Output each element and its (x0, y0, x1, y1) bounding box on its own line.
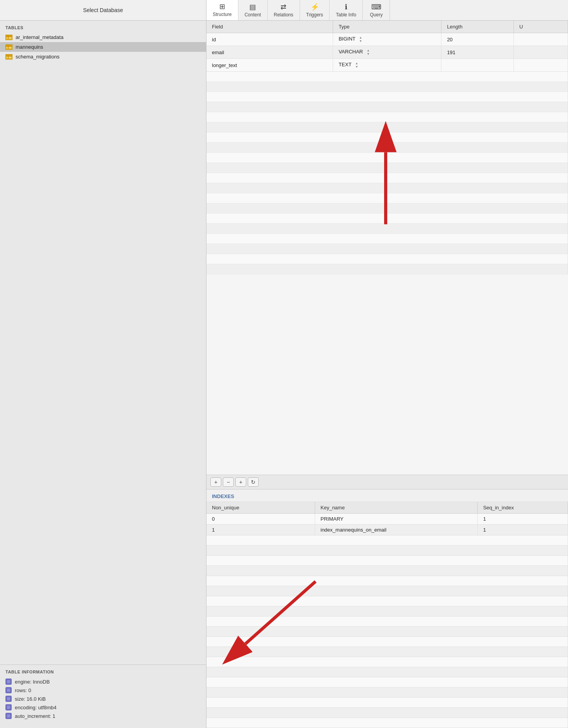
length-id: 20 (441, 33, 514, 46)
empty-row (206, 122, 568, 133)
empty-row (206, 244, 568, 254)
select-database-area[interactable]: Select Database (0, 0, 206, 20)
triggers-icon: ⚡ (310, 3, 319, 11)
empty-row (206, 596, 568, 606)
col-header-length: Length (441, 21, 514, 33)
table-icon-mannequins (5, 44, 12, 50)
table-icon-ar (5, 35, 12, 40)
empty-row (206, 82, 568, 92)
info-item-encoding: encoding: utf8mb4 (5, 703, 201, 712)
index-seq-email: 1 (478, 525, 568, 535)
index-non-unique-1: 1 (206, 525, 315, 535)
info-label-encoding: encoding: utf8mb4 (15, 705, 56, 710)
table-name-mannequins: mannequins (16, 44, 43, 50)
info-icon-auto-increment (5, 713, 12, 719)
info-icon-engine (5, 679, 12, 685)
empty-row (206, 647, 568, 657)
tables-heading: TABLES (0, 21, 206, 32)
table-information-section: TABLE INFORMATION engine: InnoDB rows: 0… (0, 664, 206, 728)
index-row[interactable]: 1 index_mannequins_on_email 1 (206, 525, 568, 535)
empty-row (206, 234, 568, 244)
empty-row (206, 143, 568, 153)
empty-row (206, 224, 568, 234)
info-icon-encoding (5, 704, 12, 710)
col-seq-in-index: Seq_in_index (478, 502, 568, 514)
empty-row (206, 133, 568, 143)
remove-field-button[interactable]: − (223, 477, 234, 487)
index-row[interactable]: 0 PRIMARY 1 (206, 514, 568, 525)
tab-query[interactable]: ⌨ Query (363, 0, 390, 20)
add-field-button[interactable]: + (210, 477, 221, 487)
field-id: id (206, 33, 333, 46)
empty-row (206, 657, 568, 667)
info-label-engine: engine: InnoDB (15, 679, 50, 685)
u-id (513, 33, 568, 46)
table-icon-schema (5, 54, 12, 60)
table-name-ar: ar_internal_metadata (16, 34, 64, 40)
table-item-mannequins[interactable]: mannequins (0, 42, 206, 52)
index-seq-primary: 1 (478, 514, 568, 525)
empty-row (206, 576, 568, 586)
empty-row (206, 637, 568, 647)
empty-row (206, 546, 568, 556)
tab-structure-label: Structure (213, 12, 232, 17)
empty-row (206, 687, 568, 698)
empty-row (206, 586, 568, 596)
info-label-rows: rows: 0 (15, 687, 31, 693)
tab-relations[interactable]: ⇄ Relations (268, 0, 300, 20)
index-key-name-email: index_mannequins_on_email (315, 525, 477, 535)
empty-row (206, 667, 568, 677)
info-item-auto-increment: auto_increment: 1 (5, 712, 201, 720)
tab-structure[interactable]: ⊞ Structure (206, 0, 238, 20)
length-email: 191 (441, 46, 514, 59)
empty-row (206, 556, 568, 566)
tab-content-label: Content (245, 12, 261, 18)
table-item-ar-internal-metadata[interactable]: ar_internal_metadata (0, 32, 206, 42)
col-key-name: Key_name (315, 502, 477, 514)
empty-row (206, 112, 568, 122)
empty-row (206, 92, 568, 102)
info-label-auto-increment: auto_increment: 1 (15, 713, 55, 719)
empty-row (206, 214, 568, 224)
table-row[interactable]: id BIGINT ▲▼ 20 (206, 33, 568, 46)
content-icon: ▤ (249, 3, 256, 11)
type-longer-text: TEXT ▲▼ (333, 59, 441, 72)
empty-row (206, 698, 568, 708)
tabs-container: ⊞ Structure ▤ Content ⇄ Relations ⚡ Trig… (206, 0, 568, 20)
col-non-unique: Non_unique (206, 502, 315, 514)
indexes-section: INDEXES Non_unique Key_name Seq_in_index (206, 489, 568, 728)
tab-triggers[interactable]: ⚡ Triggers (300, 0, 330, 20)
info-label-size: size: 16.0 KiB (15, 696, 46, 702)
length-longer-text (441, 59, 514, 72)
u-longer-text (513, 59, 568, 72)
tab-table-info[interactable]: ℹ Table Info (330, 0, 363, 20)
top-bar: Select Database ⊞ Structure ▤ Content ⇄ … (0, 0, 568, 21)
structure-icon: ⊞ (219, 2, 225, 11)
refresh-button[interactable]: ↻ (248, 477, 259, 487)
tab-triggers-label: Triggers (306, 12, 323, 18)
empty-row (206, 72, 568, 82)
empty-row (206, 566, 568, 576)
empty-row (206, 173, 568, 183)
field-email: email (206, 46, 333, 59)
type-email: VARCHAR ▲▼ (333, 46, 441, 59)
info-item-size: size: 16.0 KiB (5, 694, 201, 703)
col-header-u: U (513, 21, 568, 33)
empty-row (206, 606, 568, 617)
table-item-schema-migrations[interactable]: schema_migrations (0, 52, 206, 62)
empty-row (206, 102, 568, 112)
table-row[interactable]: email VARCHAR ▲▼ 191 (206, 46, 568, 59)
tab-content[interactable]: ▤ Content (238, 0, 268, 20)
field-table: Field Type Length U (206, 21, 568, 274)
col-header-field: Field (206, 21, 333, 33)
info-icon-size (5, 696, 12, 702)
empty-row (206, 254, 568, 264)
indexes-heading: INDEXES (206, 489, 568, 502)
duplicate-field-button[interactable]: + (235, 477, 246, 487)
sort-arrows-id: ▲▼ (359, 36, 362, 43)
tab-query-label: Query (370, 12, 383, 18)
table-row[interactable]: longer_text TEXT ▲▼ (206, 59, 568, 72)
toolbar: + − + ↻ (206, 475, 568, 489)
content-area: Field Type Length U (206, 21, 568, 728)
table-list: ar_internal_metadata mannequins (0, 32, 206, 62)
